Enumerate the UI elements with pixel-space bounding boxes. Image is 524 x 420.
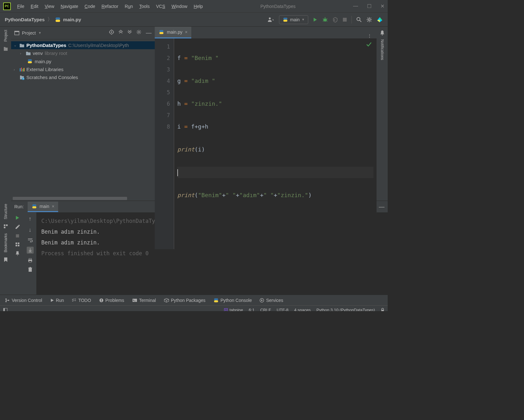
- tree-item-venv[interactable]: › venv library root: [11, 49, 155, 57]
- run-button[interactable]: [313, 17, 318, 22]
- print-icon[interactable]: [28, 258, 33, 263]
- menu-edit[interactable]: Edit: [31, 4, 38, 9]
- coverage-button[interactable]: [332, 17, 338, 23]
- menu-refactor[interactable]: Refactor: [102, 4, 119, 9]
- debug-button[interactable]: [322, 17, 328, 23]
- stop-button[interactable]: [16, 234, 19, 238]
- stop-button[interactable]: [343, 17, 347, 22]
- menu-tools[interactable]: Tools: [139, 4, 150, 9]
- menu-file[interactable]: File: [17, 4, 24, 9]
- title-bar: PC File Edit View Navigate Code Refactor…: [0, 0, 388, 13]
- problems-button[interactable]: Problems: [99, 298, 124, 303]
- hide-panel-icon[interactable]: —: [146, 30, 152, 36]
- file-icon[interactable]: [3, 46, 8, 51]
- editor-body[interactable]: 1 2 3 4 5 6 7 8 f = "Benim " g = "adım "…: [155, 38, 377, 249]
- panel-settings-icon[interactable]: [136, 30, 141, 36]
- svg-rect-22: [28, 59, 32, 61]
- svg-rect-45: [29, 258, 31, 260]
- line-number: 4: [155, 75, 170, 87]
- select-opened-file-icon[interactable]: [109, 30, 114, 36]
- indent-setting[interactable]: 4 spaces: [294, 308, 311, 311]
- menu-view[interactable]: View: [45, 4, 54, 9]
- collapse-all-icon[interactable]: [127, 30, 132, 36]
- python-console-button[interactable]: Python Console: [214, 298, 252, 303]
- search-icon[interactable]: [356, 17, 362, 23]
- settings-icon[interactable]: [366, 17, 372, 23]
- svg-rect-29: [160, 30, 163, 32]
- layout-icon[interactable]: [15, 242, 20, 247]
- up-stack-icon[interactable]: ↑: [29, 216, 31, 222]
- editor-tab-menu-icon[interactable]: ⋮: [363, 33, 377, 38]
- tool-windows-icon[interactable]: [3, 308, 8, 311]
- run-tab-main[interactable]: main ×: [28, 202, 58, 212]
- bookmark-icon[interactable]: [4, 257, 8, 262]
- python-packages-button[interactable]: Python Packages: [164, 298, 206, 303]
- menu-help[interactable]: Help: [194, 4, 203, 9]
- notifications-icon[interactable]: [380, 30, 385, 36]
- cursor-position[interactable]: 6:1: [249, 308, 255, 311]
- project-view-icon: [14, 31, 19, 35]
- expand-arrow-icon[interactable]: ›: [20, 51, 24, 55]
- expand-all-icon[interactable]: [119, 30, 123, 36]
- project-panel: Project ▼ — ⌄: [11, 27, 155, 201]
- bookmarks-tool-button[interactable]: Bookmarks: [3, 233, 8, 252]
- rerun-button[interactable]: [15, 216, 20, 220]
- close-tab-icon[interactable]: ×: [185, 30, 187, 35]
- jetbrains-icon[interactable]: [377, 17, 383, 23]
- maximize-button[interactable]: ☐: [367, 3, 371, 9]
- pin-icon[interactable]: [15, 251, 20, 256]
- horizontal-scrollbar[interactable]: [11, 196, 155, 201]
- run-tool-button[interactable]: Run: [50, 298, 64, 303]
- line-number: 1: [155, 41, 170, 52]
- structure-tool-button[interactable]: Structure: [3, 204, 8, 219]
- close-tab-icon[interactable]: ×: [52, 204, 54, 209]
- project-tool-button[interactable]: Project: [3, 30, 8, 42]
- down-stack-icon[interactable]: ↓: [29, 227, 31, 233]
- soft-wrap-icon[interactable]: [28, 238, 33, 242]
- inspection-ok-icon[interactable]: [366, 42, 372, 47]
- user-icon[interactable]: [268, 17, 275, 23]
- editor-tab-main-py[interactable]: main.py ×: [155, 27, 191, 38]
- breadcrumb-file[interactable]: main.py: [63, 17, 81, 22]
- menu-navigate[interactable]: Navigate: [61, 4, 78, 9]
- svg-rect-36: [32, 206, 36, 208]
- code-content[interactable]: f = "Benim " g = "adım " h = "zinzin." i…: [174, 38, 377, 249]
- delete-icon[interactable]: [28, 267, 32, 272]
- tree-scratches[interactable]: Scratches and Consoles: [11, 73, 155, 81]
- services-button[interactable]: Services: [260, 298, 283, 303]
- hide-run-panel-icon[interactable]: —: [379, 203, 384, 210]
- expand-arrow-icon[interactable]: ⌄: [14, 43, 17, 47]
- breadcrumb: PythonDataTypes 〉 main.py: [5, 16, 81, 23]
- terminal-button[interactable]: Terminal: [132, 298, 156, 303]
- file-encoding[interactable]: UTF-8: [277, 308, 289, 311]
- window-controls: — ☐ ✕: [353, 3, 384, 9]
- expand-arrow-icon[interactable]: ›: [14, 68, 17, 71]
- tree-external-libraries[interactable]: › External Libraries: [11, 65, 155, 73]
- python-interpreter[interactable]: Python 3.10 (PythonDataTypes): [316, 308, 375, 311]
- modify-run-config-icon[interactable]: [15, 224, 20, 230]
- minimize-button[interactable]: —: [353, 3, 358, 9]
- menu-run[interactable]: Run: [125, 4, 133, 9]
- menu-vcs[interactable]: VCS: [156, 4, 165, 9]
- svg-rect-54: [101, 299, 102, 301]
- svg-line-7: [323, 19, 324, 19]
- python-file-icon: [31, 203, 37, 209]
- close-button[interactable]: ✕: [380, 3, 384, 9]
- todo-button[interactable]: TODO: [72, 298, 91, 303]
- scroll-to-end-icon[interactable]: [27, 247, 34, 254]
- tabnine-indicator[interactable]: tabnine: [224, 308, 243, 311]
- scrollbar-thumb[interactable]: [13, 197, 127, 200]
- menu-code[interactable]: Code: [85, 4, 95, 9]
- menu-window[interactable]: Window: [172, 4, 187, 9]
- tree-item-main-py[interactable]: main.py: [11, 57, 155, 65]
- run-config-selector[interactable]: main ▼: [279, 15, 308, 24]
- notifications-tool-button[interactable]: Notifications: [380, 39, 384, 60]
- lock-icon[interactable]: [381, 308, 384, 311]
- tree-root[interactable]: ⌄ PythonDataTypes C:\Users\yilma\Desktop…: [11, 41, 155, 49]
- line-separator[interactable]: CRLF: [260, 308, 271, 311]
- structure-icon[interactable]: [3, 224, 8, 229]
- version-control-button[interactable]: Version Control: [5, 298, 42, 303]
- project-panel-title[interactable]: Project: [22, 30, 36, 36]
- dropdown-icon[interactable]: ▼: [38, 31, 42, 35]
- breadcrumb-project[interactable]: PythonDataTypes: [5, 17, 45, 22]
